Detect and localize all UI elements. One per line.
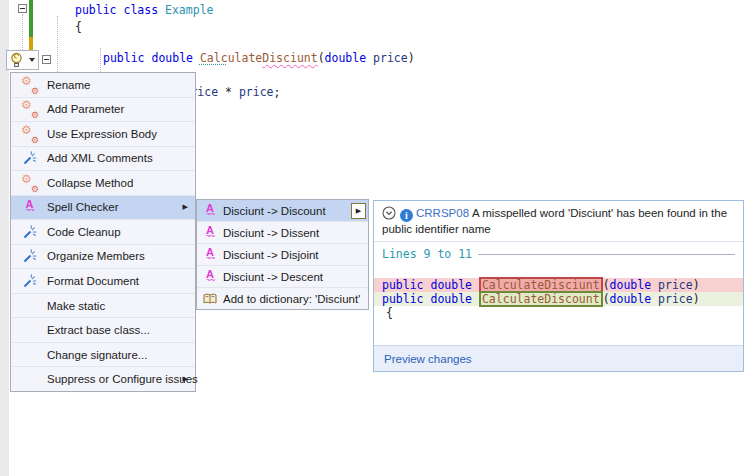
magic-wand-icon: [21, 249, 38, 263]
spell-checker-icon: A~~: [203, 203, 217, 219]
menu-item-use-expression-body[interactable]: ⚙⚙ Use Expression Body: [11, 121, 195, 146]
code-token: double: [610, 292, 652, 306]
code-line: {: [374, 306, 743, 320]
magic-wand-icon: [21, 274, 38, 288]
code-editor-viewport: public class Example { public double Cal…: [0, 0, 750, 476]
magic-wand-icon: [21, 225, 38, 239]
menu-item-code-cleanup[interactable]: Code Cleanup: [11, 219, 195, 244]
issue-rule-code[interactable]: CRRSP08: [416, 207, 469, 219]
fold-guide-line: [22, 14, 23, 54]
quick-actions-menu: ⚙⚙ Rename ⚙⚙ Add Parameter ⚙⚙ Use Expres…: [10, 72, 196, 392]
menu-item-suppress-or-configure[interactable]: Suppress or Configure issues ▶: [11, 366, 195, 391]
submenu-arrow-icon: ▶: [183, 203, 188, 211]
code-line[interactable]: public class Example: [75, 3, 213, 17]
code-token: double: [430, 278, 478, 292]
menu-item-rename[interactable]: ⚙⚙ Rename: [11, 73, 195, 97]
code-token: (: [603, 278, 610, 292]
submenu-item-add-to-dictionary[interactable]: Add to dictionary: 'Disciunt': [197, 287, 368, 309]
submenu-item-label: Disciunt -> Descent: [223, 271, 323, 283]
code-token: public: [382, 278, 430, 292]
issue-code-preview: Lines 9 to 11 public double CalculateDis…: [374, 242, 743, 320]
menu-item-spell-checker[interactable]: A~~ Spell Checker ▶: [11, 195, 195, 220]
fold-collapse-box[interactable]: [42, 55, 51, 64]
collapse-chevron-icon[interactable]: [382, 206, 396, 220]
spell-checker-icon: A~~: [203, 247, 217, 263]
change-bar-saved: [29, 0, 33, 37]
issue-header: iCRRSP08A misspelled word 'Disciunt' has…: [374, 201, 743, 242]
code-token: (: [318, 51, 325, 65]
preview-footer: Preview changes: [374, 345, 743, 371]
dictionary-book-icon: [203, 293, 217, 305]
code-line[interactable]: public double CalculateDisciunt(double p…: [103, 51, 415, 65]
gear-icon: ⚙⚙: [21, 127, 38, 141]
editor-left-margin: [0, 0, 9, 476]
menu-item-make-static[interactable]: Make static: [11, 293, 195, 318]
menu-item-collapse-method[interactable]: ⚙⚙ Collapse Method: [11, 170, 195, 195]
spell-checker-icon: A~~: [203, 225, 217, 241]
submenu-arrow-button[interactable]: ▶: [351, 203, 366, 219]
code-token: double: [430, 292, 478, 306]
menu-item-label: Use Expression Body: [47, 128, 157, 140]
code-token: double: [151, 51, 199, 65]
menu-item-label: Spell Checker: [47, 201, 119, 213]
fold-collapse-box[interactable]: [18, 4, 27, 13]
submenu-item-label: Disciunt -> Disjoint: [223, 249, 319, 261]
code-token: ;: [274, 85, 281, 99]
info-icon: i: [400, 209, 413, 222]
code-token: class: [123, 3, 165, 17]
menu-item-label: Change signature...: [47, 349, 147, 361]
menu-item-label: Code Cleanup: [47, 226, 121, 238]
code-token: ): [693, 278, 700, 292]
code-token: Calc: [200, 51, 228, 65]
indent-guide-line: [100, 48, 101, 72]
gear-icon: ⚙⚙: [21, 78, 38, 92]
menu-item-label: Add Parameter: [47, 103, 124, 115]
code-token: (: [603, 292, 610, 306]
submenu-item-dissent[interactable]: A~~ Disciunt -> Dissent: [197, 221, 368, 243]
added-code-line: public double CalculateDiscount(double p…: [374, 292, 743, 306]
submenu-arrow-icon: ▶: [183, 375, 188, 383]
menu-item-label: Organize Members: [47, 250, 145, 262]
code-token: double: [325, 51, 367, 65]
menu-item-label: Add XML Comments: [47, 152, 153, 164]
menu-item-organize-members[interactable]: Organize Members: [11, 244, 195, 269]
preview-changes-link[interactable]: Preview changes: [384, 353, 472, 365]
issue-preview-panel: iCRRSP08A misspelled word 'Disciunt' has…: [373, 200, 744, 372]
menu-item-label: Suppress or Configure issues: [47, 373, 198, 385]
lines-range-row: Lines 9 to 11: [374, 242, 743, 261]
menu-item-change-signature[interactable]: Change signature...: [11, 342, 195, 367]
submenu-item-label: Disciunt -> Dissent: [223, 227, 319, 239]
code-line[interactable]: {: [75, 20, 82, 34]
menu-item-add-parameter[interactable]: ⚙⚙ Add Parameter: [11, 97, 195, 122]
menu-item-add-xml-comments[interactable]: Add XML Comments: [11, 146, 195, 171]
code-token: price: [373, 51, 408, 65]
menu-item-label: Rename: [47, 79, 90, 91]
spell-checker-icon: A~~: [203, 269, 217, 285]
code-token: double: [610, 278, 652, 292]
menu-item-label: Collapse Method: [47, 177, 133, 189]
lightbulb-quick-actions-button[interactable]: [6, 50, 39, 70]
menu-item-extract-base-class[interactable]: Extract base class...: [11, 317, 195, 342]
submenu-item-discount[interactable]: A~~ Disciunt -> Discount ▶: [197, 200, 368, 221]
submenu-item-descent[interactable]: A~~ Disciunt -> Descent: [197, 265, 368, 287]
menu-item-label: Extract base class...: [47, 324, 150, 336]
menu-item-format-document[interactable]: Format Document: [11, 268, 195, 293]
gear-icon: ⚙⚙: [21, 102, 38, 116]
lines-rule-divider: [478, 254, 735, 255]
code-token: public: [75, 3, 123, 17]
code-token: Disciunt: [262, 51, 317, 65]
code-token: price: [239, 85, 274, 99]
dropdown-caret-icon: [29, 58, 35, 62]
menu-item-label: Make static: [47, 300, 105, 312]
removed-code-line: public double CalculateDisciunt(double p…: [374, 278, 743, 292]
code-token: ): [408, 51, 415, 65]
code-token: CalculateDiscount: [479, 291, 603, 307]
code-token: price: [658, 278, 693, 292]
spell-checker-submenu: A~~ Disciunt -> Discount ▶ A~~ Disciunt …: [196, 199, 369, 310]
code-token: ): [693, 292, 700, 306]
code-token: {: [386, 306, 393, 320]
code-token: public: [382, 292, 430, 306]
gear-icon: ⚙⚙: [21, 176, 38, 190]
submenu-item-disjoint[interactable]: A~~ Disciunt -> Disjoint: [197, 243, 368, 265]
indent-guide-line: [57, 16, 58, 72]
